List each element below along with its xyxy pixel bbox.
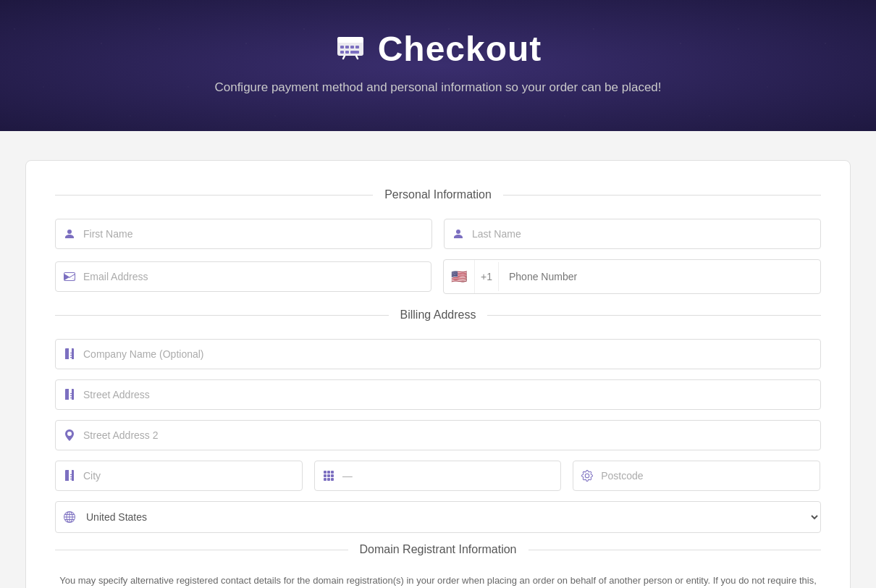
last-name-wrapper	[444, 219, 821, 249]
first-name-wrapper	[55, 219, 432, 249]
svg-rect-7	[345, 51, 349, 54]
personal-info-title: Personal Information	[384, 188, 492, 201]
page-title: Checkout	[378, 29, 542, 69]
company-name-input[interactable]	[55, 339, 821, 369]
street-address2-row	[55, 420, 821, 450]
city-input[interactable]	[55, 461, 303, 491]
domain-registrant-section: Domain Registrant Information You may sp…	[55, 543, 821, 588]
billing-address-section: Billing Address	[55, 308, 821, 533]
domain-registrant-divider: Domain Registrant Information	[55, 543, 821, 556]
svg-rect-2	[340, 46, 344, 49]
billing-address-title: Billing Address	[400, 308, 476, 322]
us-flag: 🇺🇸	[451, 269, 467, 285]
postcode-icon	[581, 470, 593, 482]
street-address-row	[55, 379, 821, 410]
phone-flag-selector[interactable]: 🇺🇸	[444, 260, 475, 293]
last-name-input[interactable]	[444, 219, 821, 249]
phone-country-code: +1	[475, 262, 499, 291]
main-content: Personal Information	[0, 131, 876, 588]
domain-registrant-title: Domain Registrant Information	[360, 543, 517, 556]
street-address2-input[interactable]	[55, 420, 821, 450]
email-phone-row: 🇺🇸 +1	[55, 259, 821, 294]
country-wrapper: United States	[55, 501, 821, 533]
location-icon	[64, 429, 75, 441]
email-wrapper	[55, 259, 431, 294]
svg-rect-4	[350, 46, 354, 49]
svg-rect-6	[340, 51, 344, 54]
company-wrapper	[55, 339, 821, 369]
street-icon	[64, 389, 75, 400]
state-input[interactable]	[314, 461, 562, 491]
form-card: Personal Information	[25, 160, 851, 588]
header-subtitle: Configure payment method and personal in…	[14, 80, 862, 95]
checkout-icon	[334, 30, 366, 68]
svg-rect-8	[350, 51, 359, 54]
person-icon	[64, 228, 75, 240]
company-row	[55, 339, 821, 369]
page-header: Checkout Configure payment method and pe…	[0, 0, 876, 131]
svg-rect-1	[337, 37, 363, 43]
building-icon	[64, 348, 75, 360]
header-title-row: Checkout	[14, 29, 862, 69]
postcode-wrapper	[573, 461, 820, 491]
email-input[interactable]	[55, 261, 431, 292]
first-name-input[interactable]	[55, 219, 432, 249]
domain-registrant-description: You may specify alternative registered c…	[55, 574, 821, 588]
country-row: United States	[55, 501, 821, 533]
phone-wrapper[interactable]: 🇺🇸 +1	[443, 259, 821, 294]
svg-line-9	[343, 56, 345, 59]
state-wrapper	[314, 461, 562, 491]
billing-address-divider: Billing Address	[55, 308, 821, 322]
name-row	[55, 219, 821, 249]
svg-line-10	[356, 56, 358, 59]
svg-rect-5	[355, 46, 359, 49]
country-select[interactable]: United States	[55, 501, 821, 533]
person-icon-2	[452, 228, 464, 240]
street-address-wrapper	[55, 379, 821, 410]
phone-input[interactable]	[499, 262, 820, 291]
svg-rect-3	[345, 46, 349, 49]
city-icon	[64, 470, 75, 482]
postcode-input[interactable]	[573, 461, 820, 491]
globe-icon	[64, 511, 75, 523]
street-address2-wrapper	[55, 420, 821, 450]
city-state-postcode-row	[55, 461, 821, 491]
email-icon	[64, 271, 75, 282]
state-icon	[323, 470, 334, 482]
street-address-input[interactable]	[55, 379, 821, 410]
city-wrapper	[55, 461, 303, 491]
personal-info-divider: Personal Information	[55, 188, 821, 201]
